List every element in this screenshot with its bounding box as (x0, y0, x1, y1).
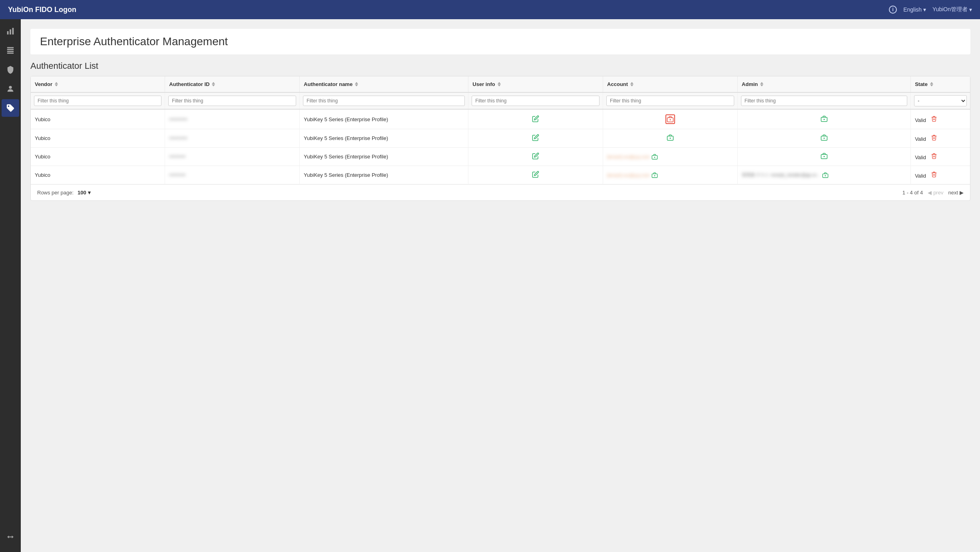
col-auth-name[interactable]: Authenticator name (300, 76, 468, 92)
authenticator-table: Vendor Authenticator ID (31, 76, 970, 184)
sidebar-item-dashboard[interactable] (2, 22, 19, 40)
sort-state-icon (930, 82, 933, 86)
delete-icon[interactable] (931, 116, 937, 122)
authenticator-table-container: Vendor Authenticator ID (30, 76, 970, 201)
cell-user-info (468, 148, 603, 166)
rows-per-page-value: 100 (78, 190, 86, 196)
cell-account: [tenant] xxx@yyy.com (603, 166, 738, 184)
edit-user-info-icon[interactable] (532, 152, 539, 160)
sidebar-item-security[interactable] (2, 61, 19, 78)
language-selector[interactable]: English (903, 6, 926, 13)
sort-auth-name-icon (355, 82, 358, 86)
filter-account-cell (603, 92, 738, 109)
filter-vendor-input[interactable] (34, 96, 161, 106)
cell-account: [tenant] xxx@yyy.com (603, 148, 738, 166)
cell-account (603, 109, 738, 129)
rows-per-page: Rows per page: 100 ▾ (37, 190, 91, 196)
cell-user-info (468, 109, 603, 129)
account-briefcase-icon[interactable] (667, 134, 674, 141)
cell-admin (737, 148, 910, 166)
user-menu[interactable]: YubiOn管理者 (932, 6, 972, 13)
rows-per-page-label: Rows per page: (37, 190, 74, 196)
filter-vendor-cell (31, 92, 165, 109)
svg-point-7 (9, 86, 12, 89)
cell-auth-id: ••••••••• (165, 148, 300, 166)
cell-vendor: Yubico (31, 129, 165, 148)
chart-bar-icon (6, 27, 15, 36)
account-briefcase-icon-highlighted[interactable] (665, 114, 675, 124)
cell-state: Valid (911, 148, 970, 166)
table-row: Yubico •••••••••• YubiKey 5 Series (Ente… (31, 109, 970, 129)
state-badge: Valid (915, 154, 926, 160)
arrows-icon (6, 534, 15, 543)
page-info: 1 - 4 of 4 (902, 190, 923, 196)
table-body: Yubico •••••••••• YubiKey 5 Series (Ente… (31, 109, 970, 184)
sidebar-item-users[interactable] (2, 80, 19, 98)
sort-auth-id-icon (212, 82, 215, 86)
next-arrow-icon: ▶ (960, 190, 964, 196)
rows-per-page-select[interactable]: 100 ▾ (78, 190, 91, 196)
col-auth-id[interactable]: Authenticator ID (165, 76, 300, 92)
cell-admin: 管理者 テスト noreply_testabc@gp.co .. (737, 166, 910, 184)
topnav: YubiOn FIDO Logon i English YubiOn管理者 (0, 0, 980, 19)
cell-vendor: Yubico (31, 109, 165, 129)
col-admin[interactable]: Admin (737, 76, 910, 92)
main-content: Enterprise Authenticator Management Auth… (21, 19, 980, 552)
admin-briefcase-icon[interactable] (821, 115, 828, 122)
edit-user-info-icon[interactable] (532, 115, 539, 122)
table-header-row: Vendor Authenticator ID (31, 76, 970, 92)
svg-rect-0 (7, 31, 9, 34)
cell-admin (737, 109, 910, 129)
filter-auth-id-input[interactable] (168, 96, 296, 106)
col-state[interactable]: State (911, 76, 970, 92)
svg-rect-5 (7, 51, 14, 52)
prev-arrow-icon: ◀ (928, 190, 932, 196)
svg-rect-6 (7, 53, 14, 54)
section-title: Authenticator List (30, 61, 970, 71)
filter-auth-name-input[interactable] (303, 96, 465, 106)
cell-auth-id: ••••••••• (165, 166, 300, 184)
delete-icon[interactable] (931, 134, 937, 141)
admin-briefcase-icon[interactable] (821, 152, 828, 160)
col-vendor[interactable]: Vendor (31, 76, 165, 92)
col-account[interactable]: Account (603, 76, 738, 92)
info-icon[interactable]: i (889, 6, 897, 14)
app-logo: YubiOn FIDO Logon (8, 6, 889, 14)
cell-auth-id: •••••••••• (165, 109, 300, 129)
delete-icon[interactable] (931, 171, 937, 178)
pagination: 1 - 4 of 4 ◀ prev next ▶ (902, 190, 964, 196)
delete-icon[interactable] (931, 153, 937, 159)
svg-rect-3 (7, 47, 14, 48)
filter-user-info-input[interactable] (472, 96, 600, 106)
table-icon (6, 46, 15, 55)
cell-state: Valid (911, 129, 970, 148)
admin-briefcase-icon[interactable] (821, 134, 828, 141)
filter-account-input[interactable] (606, 96, 734, 106)
state-badge: Valid (915, 136, 926, 142)
admin-briefcase-icon[interactable] (822, 172, 829, 178)
edit-user-info-icon[interactable] (532, 171, 539, 178)
cell-admin (737, 129, 910, 148)
sidebar-item-authenticators[interactable] (2, 99, 19, 117)
tag-icon (6, 104, 15, 112)
sidebar (0, 19, 21, 552)
cell-vendor: Yubico (31, 148, 165, 166)
cell-auth-name: YubiKey 5 Series (Enterprise Profile) (300, 129, 468, 148)
col-user-info[interactable]: User info (468, 76, 603, 92)
cell-user-info (468, 129, 603, 148)
edit-user-info-icon[interactable] (532, 134, 539, 141)
sort-admin-icon (760, 82, 763, 86)
account-briefcase-icon[interactable] (651, 154, 658, 160)
filter-user-info-cell (468, 92, 603, 109)
shield-icon (6, 65, 15, 74)
sidebar-item-reports[interactable] (2, 42, 19, 59)
filter-auth-name-cell (300, 92, 468, 109)
account-text: [tenant] xxx@yyy.com (607, 154, 650, 159)
account-briefcase-icon[interactable] (651, 172, 658, 178)
filter-admin-input[interactable] (741, 96, 907, 106)
sidebar-collapse-btn[interactable] (2, 530, 19, 547)
next-page-btn[interactable]: next ▶ (948, 190, 964, 196)
filter-state-select[interactable]: - Valid Invalid (914, 95, 967, 106)
prev-page-btn[interactable]: ◀ prev (928, 190, 943, 196)
table-row: Yubico ••••••••• YubiKey 5 Series (Enter… (31, 148, 970, 166)
